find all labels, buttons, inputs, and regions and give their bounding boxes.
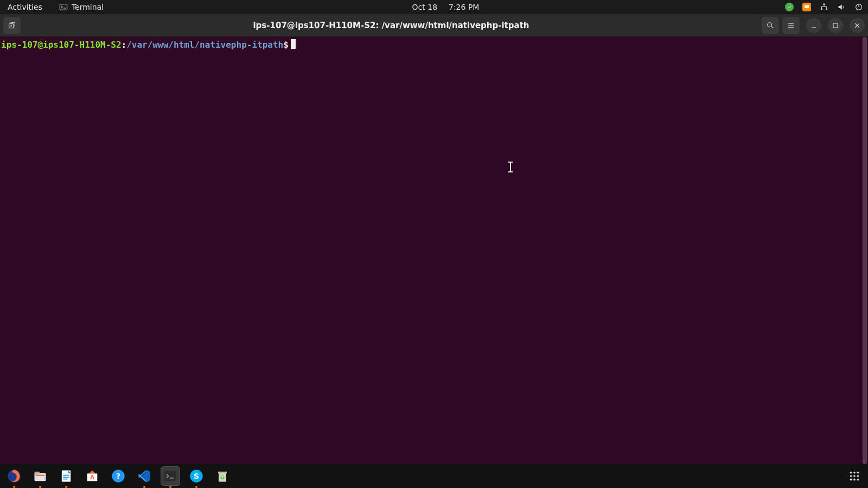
search-button[interactable] <box>762 17 779 34</box>
svg-rect-9 <box>833 23 838 28</box>
volume-icon[interactable] <box>837 2 846 12</box>
svg-point-30 <box>857 472 859 474</box>
minimize-button[interactable] <box>806 18 821 33</box>
svg-rect-26 <box>218 472 227 474</box>
close-button[interactable] <box>850 18 865 33</box>
svg-point-29 <box>853 472 856 474</box>
prompt-path: /var/www/html/nativephp-itpath <box>126 40 283 50</box>
svg-rect-0 <box>60 4 67 10</box>
dock-item-help[interactable]: ? <box>108 466 128 486</box>
new-tab-button[interactable] <box>3 17 21 34</box>
svg-rect-4 <box>821 9 822 10</box>
svg-point-36 <box>857 479 859 481</box>
svg-point-34 <box>850 479 852 481</box>
terminal-scrollbar[interactable] <box>861 37 868 464</box>
svg-point-32 <box>853 475 856 477</box>
updates-icon[interactable] <box>784 2 794 12</box>
maximize-button[interactable] <box>828 18 843 33</box>
terminal-icon <box>59 2 68 12</box>
prompt-user-host: ips-107@ips107-H110M-S2 <box>1 40 122 50</box>
dock-item-vscode[interactable] <box>135 466 154 486</box>
clock-button[interactable]: Oct 18 7:26 PM <box>409 2 483 12</box>
svg-point-8 <box>768 22 772 27</box>
text-cursor <box>291 39 296 49</box>
dock-item-files[interactable] <box>30 466 50 486</box>
menu-button[interactable] <box>782 17 800 34</box>
dock-item-software[interactable]: A <box>82 466 102 486</box>
screen-share-icon[interactable] <box>802 2 812 12</box>
svg-rect-2 <box>806 9 808 9</box>
svg-rect-3 <box>824 3 825 5</box>
dock-item-trash[interactable] <box>213 466 232 486</box>
svg-text:S: S <box>194 472 199 480</box>
svg-rect-1 <box>805 5 809 9</box>
svg-rect-15 <box>63 475 69 476</box>
svg-text:A: A <box>90 474 95 480</box>
dock-item-firefox[interactable] <box>4 466 24 486</box>
svg-rect-12 <box>35 472 40 474</box>
time-label: 7:26 PM <box>449 3 479 11</box>
svg-point-33 <box>857 475 859 477</box>
dock-item-libreoffice[interactable] <box>56 466 76 486</box>
dock: A ? S <box>0 464 868 488</box>
prompt-symbol: $ <box>283 40 289 50</box>
svg-point-31 <box>850 475 852 477</box>
svg-rect-17 <box>63 479 67 480</box>
svg-rect-16 <box>63 477 69 478</box>
show-applications-button[interactable] <box>845 467 864 485</box>
active-app-label: Terminal <box>72 3 104 11</box>
dock-item-skype[interactable]: S <box>187 466 206 486</box>
active-app-indicator[interactable]: Terminal <box>55 1 107 13</box>
dock-item-terminal[interactable] <box>161 466 180 486</box>
date-label: Oct 18 <box>412 3 437 11</box>
svg-point-35 <box>853 479 856 481</box>
svg-text:?: ? <box>116 472 120 480</box>
svg-point-28 <box>850 472 852 474</box>
scrollbar-thumb[interactable] <box>863 37 867 464</box>
top-panel: Activities Terminal Oct 18 7:26 PM <box>0 0 868 14</box>
prompt-line: ips-107@ips107-H110M-S2:/var/www/html/na… <box>1 39 867 50</box>
activities-button[interactable]: Activities <box>4 2 46 12</box>
power-icon[interactable] <box>854 2 864 12</box>
window-title: ips-107@ips107-H110M-S2: /var/www/html/n… <box>21 21 762 30</box>
terminal-viewport[interactable]: ips-107@ips107-H110M-S2:/var/www/html/na… <box>0 37 868 464</box>
svg-rect-5 <box>826 9 827 10</box>
svg-rect-13 <box>36 475 44 476</box>
network-tree-icon[interactable] <box>819 2 829 12</box>
svg-rect-22 <box>165 471 176 481</box>
activities-label: Activities <box>8 3 42 11</box>
titlebar: ips-107@ips107-H110M-S2: /var/www/html/n… <box>0 14 868 37</box>
mouse-text-cursor-icon <box>510 162 511 172</box>
terminal-window: ips-107@ips107-H110M-S2: /var/www/html/n… <box>0 14 868 464</box>
